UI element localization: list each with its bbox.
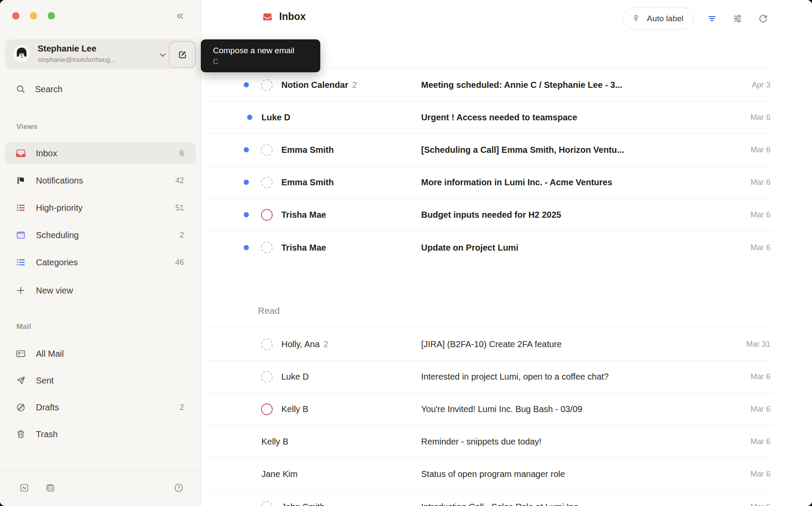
email-date: Mar 6: [751, 243, 770, 252]
item-label: Trash: [36, 429, 58, 439]
help-button[interactable]: ?: [172, 481, 186, 495]
search-icon: [16, 84, 26, 94]
list-icon: [16, 203, 26, 213]
item-count: 2: [180, 231, 196, 240]
notion-calendar-icon[interactable]: 14: [42, 480, 58, 496]
sender-wrap: Kelly B: [281, 404, 308, 414]
thread-count: 2: [352, 80, 357, 90]
compose-icon: [177, 49, 188, 60]
email-row[interactable]: Emma SmithMore information in Lumi Inc. …: [205, 166, 774, 199]
label-ring-icon: [261, 403, 273, 415]
notion-logo-icon[interactable]: N: [16, 480, 32, 496]
sidebar-item-high-priority[interactable]: High-priority51: [5, 197, 196, 219]
unread-dot-icon: [244, 212, 249, 217]
sender-wrap: Holly, Ana2: [281, 339, 329, 349]
sender-name: Holly, Ana: [281, 339, 320, 349]
email-row[interactable]: Trisha MaeUpdate on Project LumiMar 6: [205, 231, 774, 264]
sender-name: Emma Smith: [281, 145, 334, 155]
sidebar-item-notifications[interactable]: Notifications42: [5, 170, 196, 191]
email-date: Mar 31: [746, 340, 770, 349]
sender-wrap: Emma Smith: [281, 145, 334, 155]
zoom-window-button[interactable]: [48, 12, 55, 19]
sender-name: Trisha Mae: [281, 210, 326, 220]
compose-button[interactable]: [169, 41, 196, 68]
inbox-outline-icon: [16, 148, 26, 158]
email-row[interactable]: Notion Calendar2Meeting scheduled: Annie…: [205, 69, 774, 101]
profile-email: stephanie@toolsforthoug...: [38, 56, 116, 63]
email-subject: [Scheduling a Call] Emma Smith, Horizon …: [421, 145, 722, 155]
email-row[interactable]: Emma Smith[Scheduling a Call] Emma Smith…: [205, 134, 774, 166]
sidebar-item-categories[interactable]: Categories46: [5, 251, 196, 273]
item-count: 46: [175, 258, 196, 267]
email-row[interactable]: Trisha MaeBudget inputs needed for H2 20…: [205, 199, 774, 231]
calendar-icon: [16, 230, 26, 240]
new-view-label: New view: [36, 286, 73, 296]
new-view-wrap: New view: [5, 280, 196, 301]
unread-dot-icon: [244, 82, 249, 87]
chevrons-left-icon: [174, 11, 185, 21]
email-subject: Introduction Call - Sales Role at Lumi I…: [421, 502, 722, 506]
profile-name: Stephanie Lee: [38, 44, 97, 54]
sidebar-item-drafts[interactable]: Drafts2: [5, 396, 196, 418]
email-row[interactable]: Jane KimStatus of open program manager r…: [205, 458, 774, 490]
new-view-button[interactable]: New view: [5, 280, 196, 301]
sender-wrap: Luke D: [281, 372, 309, 382]
sender-wrap: Luke D: [261, 113, 290, 122]
email-row[interactable]: Luke DInterested in project Lumi, open t…: [205, 361, 774, 393]
sidebar-item-scheduling[interactable]: Scheduling2: [5, 224, 196, 246]
avatar-placeholder-icon: [261, 338, 273, 350]
avatar-placeholder-icon: [261, 177, 273, 188]
question-mark-icon: ?: [174, 483, 184, 493]
unread-dot-icon: [244, 180, 249, 185]
svg-text:14: 14: [49, 486, 53, 490]
trash-icon: [16, 429, 26, 439]
sender-name: Emma Smith: [281, 177, 334, 187]
list-icon: [16, 257, 26, 268]
email-subject: More information in Lumi Inc. - Acme Ven…: [421, 177, 722, 187]
minimize-window-button[interactable]: [30, 12, 37, 19]
close-window-button[interactable]: [12, 12, 19, 19]
tooltip-shortcut: C: [213, 58, 308, 66]
sidebar-item-all-mail[interactable]: All Mail: [5, 343, 196, 364]
email-subject: [JIRA] (B2FA-10) Create 2FA feature: [421, 339, 722, 349]
item-label: Categories: [36, 258, 78, 268]
avatar-placeholder-icon: [261, 144, 273, 156]
collapse-sidebar-button[interactable]: [172, 9, 187, 23]
search-button[interactable]: Search: [5, 80, 196, 99]
item-count: 2: [180, 403, 196, 412]
email-subject: Status of open program manager role: [421, 469, 722, 479]
sidebar-item-sent[interactable]: Sent: [5, 370, 196, 391]
email-subject: You're Invited! Lumi Inc. Bug Bash - 03/…: [421, 404, 722, 414]
mail-app-window: Stephanie Lee stephanie@toolsforthoug...…: [0, 0, 812, 506]
main-area: Inbox Auto label Notion Calendar2Meeting…: [201, 0, 812, 506]
notifications-icon: [16, 175, 26, 186]
read-section: Holly, Ana2[JIRA] (B2FA-10) Create 2FA f…: [205, 328, 774, 506]
sender-wrap: Notion Calendar2: [281, 80, 357, 90]
sidebar-item-inbox[interactable]: Inbox6: [5, 142, 196, 164]
email-date: Mar 6: [751, 113, 770, 122]
email-row[interactable]: John SmithIntroduction Call - Sales Role…: [205, 490, 774, 506]
email-date: Mar 6: [751, 372, 770, 381]
sender-wrap: Trisha Mae: [281, 210, 326, 220]
sender-name: Luke D: [261, 113, 290, 122]
sender-wrap: Kelly B: [261, 437, 288, 447]
email-row[interactable]: Luke DUrgent ! Access needed to teamspac…: [205, 101, 774, 134]
sidebar: Stephanie Lee stephanie@toolsforthoug...…: [0, 0, 201, 506]
footer-app-icons: N 14: [16, 480, 58, 496]
sender-name: Kelly B: [281, 404, 308, 414]
views-section-header: Views: [16, 122, 38, 131]
email-subject: Budget inputs needed for H2 2025: [421, 210, 722, 220]
sender-name: Luke D: [281, 372, 309, 382]
email-row[interactable]: Kelly BReminder - snippets due today!Mar…: [205, 425, 774, 458]
svg-text:?: ?: [177, 485, 180, 490]
email-row[interactable]: Kelly BYou're Invited! Lumi Inc. Bug Bas…: [205, 393, 774, 425]
account-switcher[interactable]: Stephanie Lee stephanie@toolsforthoug...: [5, 39, 196, 69]
sender-wrap: John Smith: [281, 502, 325, 506]
item-count: 51: [175, 203, 196, 213]
email-row[interactable]: Holly, Ana2[JIRA] (B2FA-10) Create 2FA f…: [205, 328, 774, 361]
email-date: Mar 6: [751, 405, 770, 414]
sidebar-item-trash[interactable]: Trash: [5, 423, 196, 445]
item-label: Drafts: [36, 403, 59, 413]
mail-section-header: Mail: [16, 322, 31, 331]
email-date: Mar 6: [751, 470, 770, 479]
